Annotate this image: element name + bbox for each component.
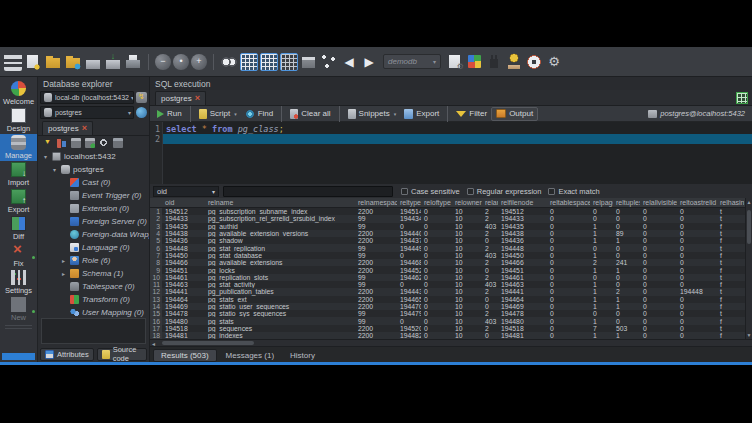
grid-cell[interactable]: t [717,230,744,237]
grid-cell[interactable]: 0 [590,208,613,215]
grid-cell[interactable]: 0 [677,215,717,222]
grid-cell[interactable]: 194433 [498,215,547,222]
grid-cell[interactable]: 0 [613,274,640,281]
grid-cell[interactable]: 194433 [162,215,205,222]
table-row[interactable]: 15194478pg_statio_sys_sequences991944790… [150,310,745,317]
grid-cell[interactable]: t [717,325,744,332]
grid-cell[interactable]: 0 [677,244,717,251]
grid-cell[interactable]: 10 [452,259,482,266]
vertical-scrollbar[interactable]: ▲ ▼ [745,198,752,339]
grid-cell[interactable]: f [717,296,744,303]
grid-cell[interactable]: 1 [613,296,640,303]
grid-cell[interactable]: pg_stat_database [205,252,355,259]
grid-cell[interactable]: 2200 [355,259,397,266]
sql-tab-postgres[interactable]: postgres × [155,91,206,105]
grid-cell[interactable]: 0 [547,252,590,259]
grid-cell[interactable]: 194480 [162,317,205,324]
grid-cell[interactable]: 0 [547,274,590,281]
compare-icon[interactable] [220,53,238,71]
grid-cell[interactable]: 194462 [397,274,421,281]
connect-icon[interactable] [136,92,147,103]
grid-cell[interactable]: t [717,215,744,222]
grid-cell[interactable]: 403 [482,281,498,288]
column-header-reltoastrelid[interactable]: reltoastrelid [677,198,717,207]
nav-item-welcome[interactable]: Welcome [0,80,37,107]
column-header-relname[interactable]: relname [205,198,355,207]
grid-cell[interactable]: f [717,252,744,259]
row-number-cell[interactable]: 17 [150,325,162,332]
grid-cell[interactable]: 194465 [397,296,421,303]
connection-select[interactable]: local-db (localhost:5432 ▾ [40,91,134,104]
grid-cell[interactable]: 10 [452,281,482,288]
tree-item-postgres[interactable]: ▾postgres [38,163,149,176]
grid-cell[interactable]: 194437 [397,237,421,244]
grid-cell[interactable]: 194448 [677,288,717,295]
table-row[interactable]: 18194481pg_indexes2200194482010019448101… [150,332,745,339]
editor-line-1[interactable]: select * from pg_class; [163,124,752,134]
grid-cell[interactable]: 194436 [498,237,547,244]
grid-cell[interactable]: 0 [677,325,717,332]
grid-cell[interactable]: 0 [640,208,677,215]
grid-cell[interactable]: 0 [421,332,452,339]
table-row[interactable]: 3194435pg_authid99001040319443501000f [150,223,745,230]
table-row[interactable]: 11194463pg_stat_activity9900104031944630… [150,281,745,288]
grid-cell[interactable]: 0 [547,310,590,317]
scroll-left-icon[interactable]: ◂ [152,340,155,346]
help-icon[interactable] [525,53,543,71]
grid-cell[interactable]: 0 [640,274,677,281]
grid-cell[interactable]: t [717,208,744,215]
grid-cell[interactable]: 0 [640,237,677,244]
grid-cell[interactable]: 2 [590,259,613,266]
grid-cell[interactable]: 194440 [397,230,421,237]
column-header-reltuples[interactable]: reltuples [613,198,640,207]
tree-item-user[interactable]: User Mapping (0) [38,306,149,318]
scroll-down-icon[interactable]: ▼ [746,331,752,339]
grid-cell[interactable]: 2200 [355,303,397,310]
grid-cell[interactable]: 10 [452,208,482,215]
grid-cell[interactable]: 2 [482,310,498,317]
grid-cell[interactable]: 194518 [162,325,205,332]
row-number-cell[interactable]: 10 [150,274,162,281]
grid-cell[interactable]: 0 [677,266,717,273]
grid-cell[interactable]: 194469 [162,303,205,310]
grid-cell[interactable]: 0 [547,317,590,324]
grid-cell[interactable]: 0 [640,317,677,324]
grid-cell[interactable]: 0 [677,259,717,266]
grid-cell[interactable]: 194464 [498,296,547,303]
grid-cell[interactable]: 0 [547,325,590,332]
grid-cell[interactable]: 2 [482,244,498,251]
grid-cell[interactable]: 194451 [498,266,547,273]
tree-item-foreign[interactable]: Foreign Server (0) [38,215,149,228]
grid-cell[interactable]: 2200 [355,237,397,244]
grid-cell[interactable]: 99 [355,252,397,259]
grid-cell[interactable]: 0 [677,281,717,288]
delete-icon[interactable] [113,138,123,148]
grid-cell[interactable]: 194479 [397,310,421,317]
grid-cell[interactable]: 0 [640,310,677,317]
grid-cell[interactable]: 2 [482,288,498,295]
zoom-reset-icon[interactable] [173,54,189,70]
grid-cell[interactable]: 0 [547,223,590,230]
row-number-cell[interactable]: 11 [150,281,162,288]
grid-cell[interactable]: 0 [547,281,590,288]
close-icon[interactable]: × [82,124,87,133]
script-button[interactable]: Script▾ [195,107,241,121]
grid-cell[interactable]: 403 [482,223,498,230]
tree-item-tablespace[interactable]: Tablespace (0) [38,280,149,293]
table-row[interactable]: 17194518pg_sequences22001945200102194518… [150,325,745,332]
grid-cell[interactable]: 1 [613,266,640,273]
nav-item-new[interactable]: New [0,296,37,323]
grid-cell[interactable]: 194518 [498,325,547,332]
donate-icon[interactable] [505,53,523,71]
grid-cell[interactable]: 10 [452,296,482,303]
grid-cell[interactable]: 0 [590,244,613,251]
grid-cell[interactable]: 0 [640,259,677,266]
tab-history[interactable]: History [283,349,322,362]
grid-cell[interactable]: 10 [452,223,482,230]
output-button[interactable]: Output [491,107,538,121]
grid-cell[interactable]: 10 [452,288,482,295]
preferences-icon[interactable] [545,53,563,71]
export-button[interactable]: Export [400,107,443,121]
column-header-relowner[interactable]: relowner [452,198,482,207]
grid-cell[interactable]: 194470 [397,303,421,310]
